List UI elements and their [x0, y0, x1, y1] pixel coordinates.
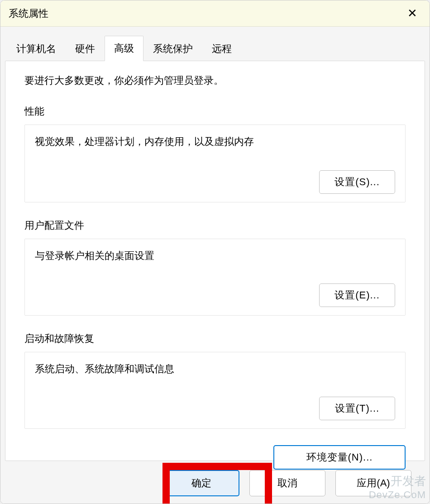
dialog-body: 计算机名 硬件 高级 系统保护 远程 要进行大多数更改，你必须作为管理员登录。 … [0, 27, 430, 504]
performance-group: 性能 视觉效果，处理器计划，内存使用，以及虚拟内存 设置(S)... [24, 105, 406, 202]
user-profiles-title: 用户配置文件 [24, 219, 406, 232]
startup-recovery-group: 启动和故障恢复 系统启动、系统故障和调试信息 设置(T)... [24, 332, 406, 429]
tab-advanced[interactable]: 高级 [105, 36, 143, 61]
startup-title: 启动和故障恢复 [24, 332, 406, 346]
performance-title: 性能 [24, 105, 406, 118]
tab-computer-name[interactable]: 计算机名 [7, 36, 66, 61]
performance-button-row: 设置(S)... [35, 170, 395, 194]
close-icon: ✕ [407, 6, 417, 20]
startup-settings-button[interactable]: 设置(T)... [319, 397, 395, 420]
cancel-button[interactable]: 取消 [249, 470, 325, 496]
window-title: 系统属性 [9, 7, 48, 20]
dialog-button-bar: 确定 取消 应用(A) [5, 470, 425, 496]
startup-button-row: 设置(T)... [35, 397, 395, 420]
startup-desc: 系统启动、系统故障和调试信息 [35, 362, 395, 376]
startup-box: 系统启动、系统故障和调试信息 设置(T)... [24, 352, 406, 429]
tab-system-protection[interactable]: 系统保护 [143, 36, 202, 61]
tab-remote[interactable]: 远程 [202, 36, 241, 61]
user-profiles-group: 用户配置文件 与登录帐户相关的桌面设置 设置(E)... [24, 219, 406, 316]
user-profiles-desc: 与登录帐户相关的桌面设置 [35, 249, 395, 263]
close-button[interactable]: ✕ [403, 5, 421, 23]
ok-button[interactable]: 确定 [163, 470, 239, 496]
performance-desc: 视觉效果，处理器计划，内存使用，以及虚拟内存 [35, 135, 395, 149]
performance-box: 视觉效果，处理器计划，内存使用，以及虚拟内存 设置(S)... [24, 125, 406, 202]
user-profiles-box: 与登录帐户相关的桌面设置 设置(E)... [24, 239, 406, 316]
user-profiles-settings-button[interactable]: 设置(E)... [319, 283, 395, 307]
env-vars-row: 环境变量(N)... [24, 445, 406, 470]
advanced-tab-panel: 要进行大多数更改，你必须作为管理员登录。 性能 视觉效果，处理器计划，内存使用，… [5, 61, 425, 461]
tab-hardware[interactable]: 硬件 [66, 36, 105, 61]
titlebar: 系统属性 ✕ [0, 0, 430, 27]
environment-variables-button[interactable]: 环境变量(N)... [273, 445, 406, 470]
tab-strip: 计算机名 硬件 高级 系统保护 远程 [7, 36, 425, 61]
user-profiles-button-row: 设置(E)... [35, 283, 395, 307]
apply-button[interactable]: 应用(A) [335, 470, 411, 496]
admin-notice: 要进行大多数更改，你必须作为管理员登录。 [24, 74, 406, 87]
system-properties-dialog: 系统属性 ✕ 计算机名 硬件 高级 系统保护 远程 要进行大多数更改，你必须作为… [0, 0, 430, 504]
performance-settings-button[interactable]: 设置(S)... [319, 170, 395, 194]
